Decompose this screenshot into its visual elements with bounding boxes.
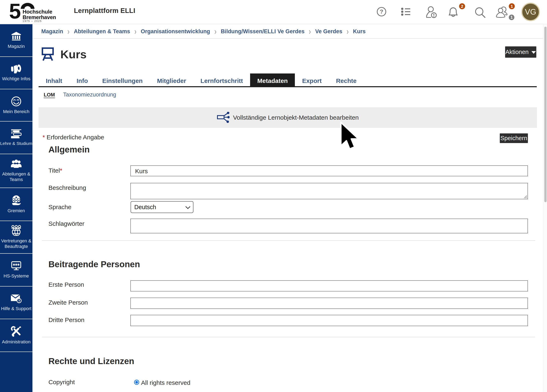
- svg-text:?: ?: [18, 299, 20, 303]
- svg-text:?: ?: [380, 8, 383, 15]
- svg-text:5: 5: [9, 2, 21, 23]
- svg-text:Hochschule: Hochschule: [23, 9, 52, 15]
- svg-text:Bremerhaven: Bremerhaven: [23, 14, 56, 20]
- svg-text:1975 – 2025: 1975 – 2025: [23, 20, 42, 23]
